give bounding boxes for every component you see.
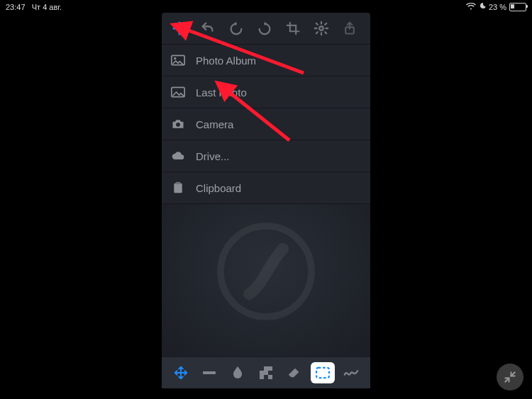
crop-button[interactable] [279,15,306,42]
image-icon [170,86,186,98]
add-button[interactable] [166,15,193,42]
wifi-icon [466,3,476,11]
undo-button[interactable] [194,15,221,42]
svg-rect-7 [176,182,181,184]
battery-text: 23 % [489,3,506,11]
tool-freehand[interactable] [339,362,363,383]
clipboard-icon [170,181,186,194]
svg-rect-14 [316,368,329,378]
menu-item-label: Drive... [196,150,230,162]
menu-item-photo-album[interactable]: Photo Album [162,45,370,77]
status-bar: 23:47 Чт 4 авг. 23 % [0,0,532,13]
share-button[interactable] [336,15,363,42]
svg-point-3 [174,57,176,60]
menu-item-label: Clipboard [196,182,241,194]
menu-item-label: Photo Album [196,55,256,67]
top-toolbar [162,13,370,44]
tool-line[interactable] [197,362,221,383]
dnd-icon [479,3,486,11]
tool-blur[interactable] [226,362,250,383]
editor-panel: Photo Album Last Photo Camera Drive... C… [162,13,370,388]
tool-marquee[interactable] [311,362,335,383]
tool-eraser[interactable] [282,362,306,383]
minimize-button[interactable] [497,364,523,390]
svg-rect-9 [203,371,216,374]
menu-item-label: Camera [196,118,233,130]
canvas-area[interactable] [162,204,370,356]
svg-point-0 [319,26,323,30]
svg-point-5 [176,123,180,127]
bottom-toolbar [162,356,370,388]
menu-item-label: Last Photo [196,86,247,99]
cloud-icon [170,151,186,161]
tool-pixelate[interactable] [254,362,278,383]
svg-rect-12 [268,371,272,375]
menu-item-clipboard[interactable]: Clipboard [162,172,370,204]
svg-rect-13 [264,375,268,379]
menu-item-drive[interactable]: Drive... [162,140,370,172]
status-right: 23 % [466,3,526,11]
tool-move[interactable] [169,362,193,383]
menu-item-last-photo[interactable]: Last Photo [162,77,370,108]
import-menu: Photo Album Last Photo Camera Drive... C… [162,44,370,204]
menu-item-camera[interactable]: Camera [162,108,370,140]
battery-icon [509,3,526,11]
settings-button[interactable] [308,15,335,42]
svg-rect-11 [260,366,264,371]
status-date: Чт 4 авг. [32,3,62,11]
camera-icon [170,118,186,130]
svg-rect-6 [174,183,182,193]
watermark-icon [209,215,323,331]
status-time: 23:47 [6,3,26,11]
redo-button[interactable] [251,15,278,42]
image-icon [170,55,186,66]
contract-icon [504,371,516,383]
undo-step-button[interactable] [223,15,250,42]
status-left: 23:47 Чт 4 авг. [6,3,62,11]
